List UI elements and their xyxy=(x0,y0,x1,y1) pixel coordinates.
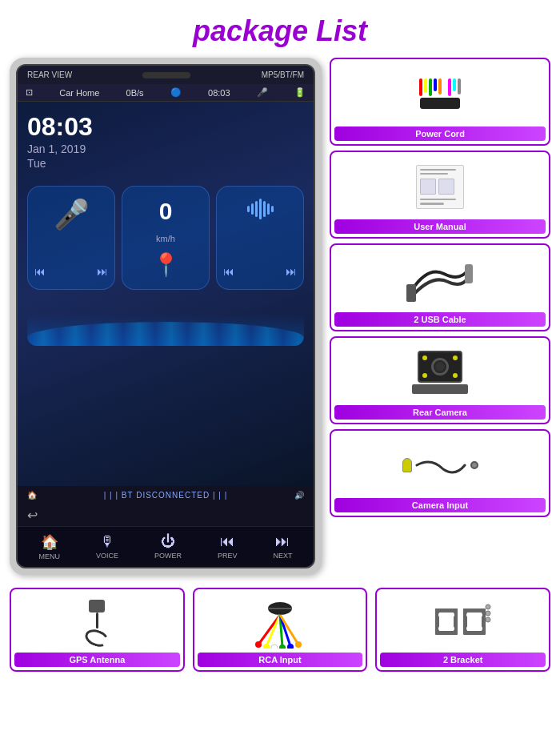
cam-input-icon-area xyxy=(334,436,546,495)
footer-prev[interactable]: ⏮ PREV xyxy=(218,533,238,560)
footer-menu[interactable]: 🏠 MENU xyxy=(38,533,60,560)
svg-rect-1 xyxy=(406,291,416,302)
rear-camera-icon xyxy=(412,351,468,394)
svg-point-22 xyxy=(438,612,443,617)
car-unit-inner: REAR VIEW MP5/BT/FM ⊡ Car Home 0B/s 🔵 08… xyxy=(16,64,315,568)
gps-antenna-icon xyxy=(85,600,109,646)
sound-prev-icon[interactable]: ⏮ xyxy=(223,265,234,278)
car-widgets: 🎤 ⏮ ⏭ 0 km/h 📍 xyxy=(27,186,304,290)
car-time: 08:03 xyxy=(27,113,304,141)
svg-point-13 xyxy=(263,644,270,649)
power-icon: ⏻ xyxy=(161,533,175,550)
speed-widget: 0 km/h 📍 xyxy=(122,186,210,290)
svg-point-31 xyxy=(478,612,482,617)
mic-icon: 🎤 xyxy=(257,87,268,98)
usb-cable-label: 2 USB Cable xyxy=(334,312,546,327)
car-bottom-bar: 🏠 | | | BT DISCONNECTED | | | 🔊 xyxy=(18,486,314,504)
voice-icon: 🎙 xyxy=(100,533,114,550)
speed-unit: km/h xyxy=(156,234,175,243)
bt-status: | | | BT DISCONNECTED | | | xyxy=(104,491,228,500)
volume-icon[interactable]: 🔊 xyxy=(294,491,304,500)
rear-camera-label: Rear Camera xyxy=(334,405,546,420)
rca-input-svg xyxy=(250,596,310,649)
cam-mount xyxy=(412,384,468,394)
gps-label: GPS Antenna xyxy=(14,653,180,667)
prev-icon[interactable]: ⏮ xyxy=(34,265,46,278)
car-day: Tue xyxy=(27,157,304,170)
svg-rect-20 xyxy=(454,608,458,634)
bracket-icon-area xyxy=(431,596,495,649)
svg-rect-3 xyxy=(465,272,473,283)
bottom-row: GPS Antenna xyxy=(0,581,560,672)
sound-next-icon[interactable]: ⏭ xyxy=(286,265,297,278)
footer-voice[interactable]: 🎙 VOICE xyxy=(96,533,118,560)
car-unit: REAR VIEW MP5/BT/FM ⊡ Car Home 0B/s 🔵 08… xyxy=(10,58,322,575)
bottom-bracket: 2 Bracket xyxy=(375,588,550,672)
bracket-svg xyxy=(431,600,495,645)
car-status-bar: ⊡ Car Home 0B/s 🔵 08:03 🎤 🔋 xyxy=(18,84,314,102)
mic-controls: ⏮ ⏭ xyxy=(34,265,108,278)
harness-wires xyxy=(416,78,464,96)
mode-label: MP5/BT/FM xyxy=(262,70,304,79)
user-manual-label: User Manual xyxy=(334,219,546,234)
rear-view-label: REAR VIEW xyxy=(27,70,72,79)
cam-input-icon xyxy=(402,453,478,477)
car-top-bar: REAR VIEW MP5/BT/FM xyxy=(18,66,314,84)
pkg-usb-cable: 2 USB Cable xyxy=(330,243,550,331)
svg-point-15 xyxy=(279,645,286,649)
usb-icon-area xyxy=(334,250,546,309)
cam-lens xyxy=(431,358,449,376)
mic-icon-large: 🎤 xyxy=(54,198,90,231)
footer-power[interactable]: ⏻ POWER xyxy=(154,533,182,560)
connector-end xyxy=(470,461,478,469)
main-layout: REAR VIEW MP5/BT/FM ⊡ Car Home 0B/s 🔵 08… xyxy=(0,58,560,575)
window-icon: ⊡ xyxy=(26,87,33,98)
car-date: Jan 1, 2019 xyxy=(27,143,304,155)
notch xyxy=(142,72,190,78)
clock-status: 08:03 xyxy=(208,88,230,98)
svg-point-16 xyxy=(287,644,294,649)
mic-widget: 🎤 ⏮ ⏭ xyxy=(27,186,115,290)
speed-value: 0 xyxy=(159,198,173,225)
next-icon[interactable]: ⏭ xyxy=(97,265,108,278)
svg-point-14 xyxy=(271,645,278,649)
svg-point-36 xyxy=(486,617,490,622)
gps-icon-area xyxy=(85,596,109,649)
next-label: NEXT xyxy=(273,552,292,560)
svg-rect-19 xyxy=(435,608,439,634)
svg-point-33 xyxy=(478,626,482,631)
svg-point-30 xyxy=(466,612,471,617)
rca-icon-area xyxy=(250,596,310,649)
package-items: Power Cord User Manual xyxy=(330,58,550,575)
back-icon[interactable]: ↩ xyxy=(27,508,38,523)
nav-icon: 📍 xyxy=(152,251,180,278)
battery-icon: 🔋 xyxy=(294,87,306,98)
bracket-label: 2 Bracket xyxy=(380,653,546,667)
rca-label: RCA Input xyxy=(198,653,363,667)
harness-body xyxy=(420,98,460,109)
page-title: package List xyxy=(0,0,560,58)
pkg-power-cord: Power Cord xyxy=(330,58,550,146)
app-label: Car Home xyxy=(59,88,99,98)
power-label: POWER xyxy=(154,552,182,560)
bottom-rca: RCA Input xyxy=(193,588,368,672)
home-icon-bar[interactable]: 🏠 xyxy=(27,491,37,500)
power-cord-icon-area xyxy=(334,64,546,123)
gps-cable xyxy=(96,612,98,629)
svg-point-25 xyxy=(450,626,454,631)
bluetooth-icon: 🔵 xyxy=(170,87,182,98)
svg-point-17 xyxy=(295,641,302,648)
pkg-rear-camera: Rear Camera xyxy=(330,336,550,424)
bottom-gps: GPS Antenna xyxy=(10,588,185,672)
svg-point-35 xyxy=(486,611,490,616)
svg-rect-21 xyxy=(435,631,458,635)
sound-widget: ⏮ ⏭ xyxy=(216,186,304,290)
footer-next[interactable]: ⏭ NEXT xyxy=(273,533,292,560)
menu-home-icon: 🏠 xyxy=(41,533,58,551)
svg-point-12 xyxy=(255,641,262,648)
svg-rect-27 xyxy=(463,608,467,634)
manual-doc-icon xyxy=(416,165,464,209)
prev-footer-icon: ⏮ xyxy=(220,533,234,550)
menu-label: MENU xyxy=(38,552,60,560)
usb-cable-svg xyxy=(404,258,476,302)
